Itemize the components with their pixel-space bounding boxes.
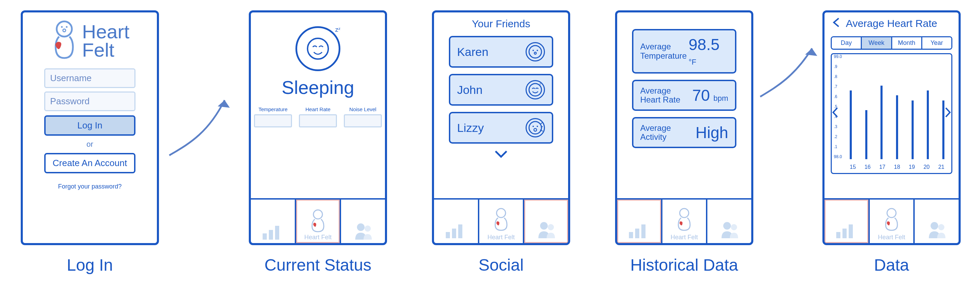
svg-rect-39	[836, 232, 840, 238]
ytick-label: .1	[834, 144, 837, 149]
svg-rect-41	[849, 225, 853, 238]
screen-current-status: zᶻ Sleeping TemperatureHeart RateNoise L…	[249, 10, 387, 245]
stat-value: 70	[692, 86, 710, 104]
xtick-label: 18	[894, 164, 900, 170]
friend-name: Karen	[457, 45, 488, 59]
svg-rect-40	[842, 229, 846, 238]
or-text: or	[23, 140, 157, 149]
svg-point-12	[364, 225, 371, 232]
chart-bar	[927, 90, 929, 159]
tab-social[interactable]	[341, 199, 385, 243]
status-label: Sleeping	[251, 77, 385, 98]
svg-point-36	[723, 222, 731, 229]
tab-home-label: Heart Felt	[487, 234, 514, 241]
ytick-label: .7	[834, 84, 837, 89]
segmented-control: DayWeekMonthYear	[831, 36, 952, 50]
arrow-login-to-status	[166, 86, 245, 162]
svg-rect-27	[452, 229, 456, 238]
login-button[interactable]: Log In	[44, 115, 135, 136]
chart-prev-button[interactable]	[831, 107, 838, 121]
ytick-label: 98.0	[834, 154, 842, 159]
stat-label: Average Heart Rate	[640, 86, 689, 104]
friend-status-icon	[526, 118, 545, 138]
password-field[interactable]: Password	[44, 92, 135, 111]
stat-card[interactable]: Average Heart Rate70 bpm	[632, 80, 737, 111]
segment-month[interactable]: Month	[892, 37, 922, 49]
chart-bar	[865, 110, 867, 159]
chart-bar	[880, 85, 883, 159]
username-field[interactable]: Username	[44, 68, 135, 88]
tab-historical[interactable]	[824, 199, 870, 243]
bars-icon	[834, 219, 858, 241]
caption-login: Log In	[21, 255, 159, 274]
caption-status: Current Status	[249, 255, 387, 274]
tab-bar: Heart Felt	[824, 198, 959, 243]
person-icon	[534, 219, 558, 241]
svg-marker-4	[218, 100, 230, 108]
forgot-password-link[interactable]: Forgot your password?	[23, 183, 157, 190]
xtick-label: 20	[923, 164, 929, 170]
stat-card[interactable]: Average ActivityHigh	[632, 117, 737, 148]
tab-social[interactable]	[915, 199, 959, 243]
friend-card[interactable]: Lizzy	[449, 112, 554, 144]
person-icon	[351, 220, 375, 241]
create-account-button[interactable]: Create An Account	[44, 153, 135, 173]
svg-point-22	[534, 128, 537, 131]
xtick-label: 15	[850, 164, 856, 170]
xtick-label: 16	[865, 164, 871, 170]
friend-card[interactable]: Johnzᶻ	[449, 74, 554, 106]
ytick-label: 99.0	[834, 54, 842, 59]
back-button[interactable]	[829, 17, 843, 30]
svg-point-21	[537, 126, 538, 127]
baby-icon	[309, 209, 326, 233]
chevron-down-icon[interactable]	[434, 150, 568, 160]
tab-home[interactable]: Heart Felt	[870, 199, 915, 243]
stat-card[interactable]: Average Temperature98.5 °F	[632, 29, 737, 74]
brand-text: Heart Felt	[82, 22, 130, 59]
svg-rect-34	[641, 225, 646, 238]
friend-card[interactable]: Karen	[449, 36, 554, 68]
svg-point-14	[533, 50, 534, 51]
chart-next-button[interactable]	[944, 107, 952, 121]
tab-historical[interactable]	[434, 199, 479, 243]
sleep-zzz-icon: zᶻ	[335, 26, 341, 33]
brand-line-1: Heart	[82, 22, 130, 41]
readout: Heart Rate	[299, 106, 337, 127]
bars-icon	[627, 219, 651, 241]
segment-day[interactable]: Day	[832, 37, 862, 49]
svg-point-3	[63, 29, 66, 32]
caption-detail: Data	[822, 255, 961, 274]
svg-point-1	[61, 26, 62, 28]
bars-icon	[444, 219, 468, 241]
tab-home[interactable]: Heart Felt	[479, 199, 525, 243]
tab-social[interactable]	[707, 199, 751, 243]
xtick-label: 19	[909, 164, 915, 170]
arrow-historical-to-detail	[757, 41, 826, 104]
svg-rect-7	[269, 230, 273, 240]
friend-status-icon: zᶻ	[526, 80, 545, 100]
caption-historical: Historical Data	[615, 255, 753, 274]
svg-point-5	[307, 38, 328, 59]
tab-home-label: Heart Felt	[670, 234, 698, 241]
tab-social[interactable]	[524, 199, 568, 243]
segment-week[interactable]: Week	[862, 37, 892, 49]
tab-historical[interactable]	[251, 199, 296, 243]
readout-value-box	[299, 114, 337, 127]
svg-point-35	[680, 209, 689, 218]
stat-value: 98.5	[689, 36, 720, 54]
svg-rect-33	[635, 229, 639, 238]
tab-home-label: Heart Felt	[878, 234, 905, 241]
baby-icon	[883, 207, 900, 233]
chart-bar	[850, 90, 852, 159]
ytick-label: .2	[834, 134, 837, 139]
tab-home[interactable]: Heart Felt	[296, 199, 341, 243]
segment-year[interactable]: Year	[922, 37, 951, 49]
svg-point-2	[66, 26, 67, 28]
ytick-label: .9	[834, 64, 837, 69]
tab-historical[interactable]	[617, 199, 662, 243]
svg-text:zᶻ: zᶻ	[539, 82, 542, 85]
chart: 98.0.1.2.3.4.5.6.7.8.999.0 1516171819202…	[831, 53, 952, 174]
tab-home[interactable]: Heart Felt	[662, 199, 708, 243]
baby-icon	[676, 207, 693, 233]
friend-name: John	[457, 83, 483, 97]
